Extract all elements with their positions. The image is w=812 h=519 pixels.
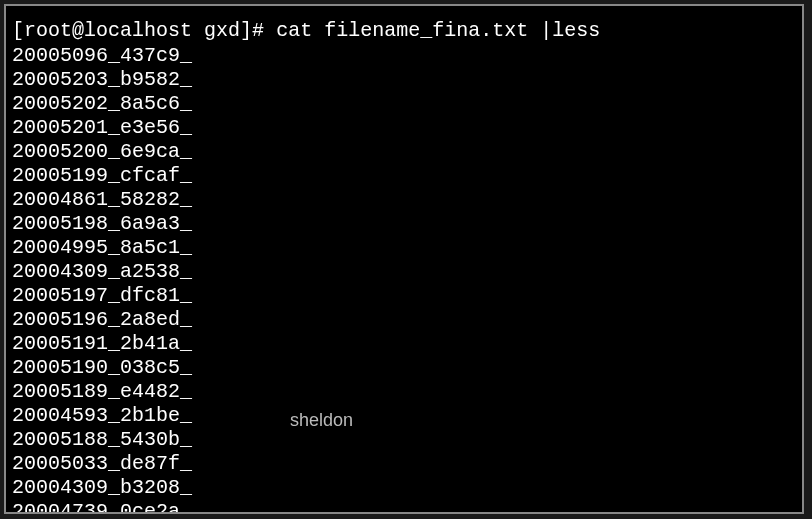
output-line: 20005197_dfc81_ — [6, 284, 802, 308]
output-line: 20004309_a2538_ — [6, 260, 802, 284]
output-line: 20005190_038c5_ — [6, 356, 802, 380]
output-line: 20004739_0ce2a_ — [6, 500, 802, 514]
command-text: cat filename_fina.txt |less — [276, 19, 600, 42]
prompt-user-host: root@localhost — [24, 19, 192, 42]
partial-previous-line — [6, 4, 802, 8]
output-line: 20004995_8a5c1_ — [6, 236, 802, 260]
output-line: 20005096_437c9_ — [6, 44, 802, 68]
prompt-cwd: gxd — [204, 19, 240, 42]
prompt-open-bracket: [ — [12, 19, 24, 42]
output-line: 20004309_b3208_ — [6, 476, 802, 500]
output-line: 20005202_8a5c6_ — [6, 92, 802, 116]
terminal-window[interactable]: [root@localhost gxd]# cat filename_fina.… — [4, 4, 804, 514]
output-line: 20005200_6e9ca_ — [6, 140, 802, 164]
output-line: 20005201_e3e56_ — [6, 116, 802, 140]
output-line: 20005189_e4482_ — [6, 380, 802, 404]
output-line: 20005196_2a8ed_ — [6, 308, 802, 332]
prompt-line: [root@localhost gxd]# cat filename_fina.… — [6, 18, 802, 44]
output-line: 20005188_5430b_ — [6, 428, 802, 452]
output-line: 20005191_2b41a_ — [6, 332, 802, 356]
output-line: 20005198_6a9a3_ — [6, 212, 802, 236]
prompt-symbol: # — [252, 19, 264, 42]
prompt-close-bracket: ] — [240, 19, 252, 42]
watermark-text: sheldon — [290, 410, 353, 432]
output-line: 20005203_b9582_ — [6, 68, 802, 92]
output-line: 20004861_58282_ — [6, 188, 802, 212]
output-line: 20005033_de87f_ — [6, 452, 802, 476]
output-line: 20005199_cfcaf_ — [6, 164, 802, 188]
output-line: 20004593_2b1be_ — [6, 404, 802, 428]
